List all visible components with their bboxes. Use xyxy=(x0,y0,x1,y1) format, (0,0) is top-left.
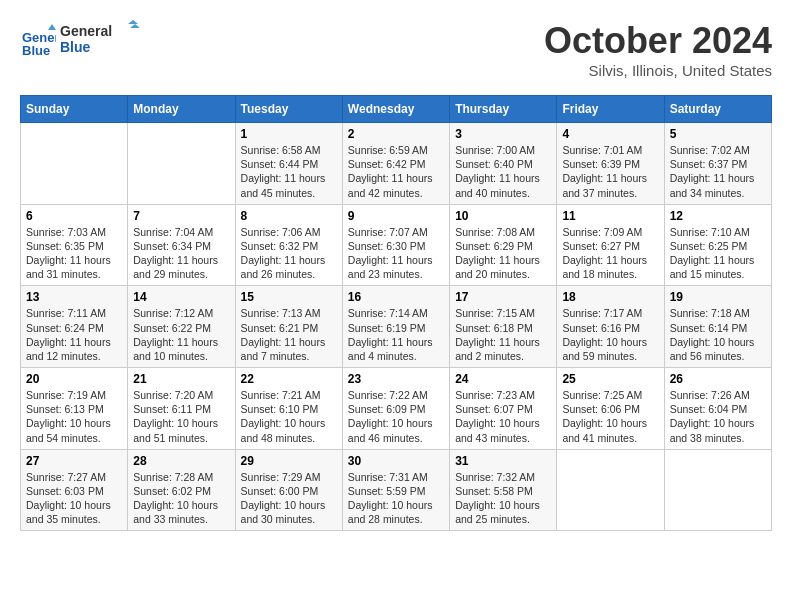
day-number: 31 xyxy=(455,454,551,468)
day-number: 19 xyxy=(670,290,766,304)
day-info-line: Daylight: 10 hours and 59 minutes. xyxy=(562,335,658,363)
day-info-line: Daylight: 11 hours and 12 minutes. xyxy=(26,335,122,363)
day-info-line: Daylight: 11 hours and 2 minutes. xyxy=(455,335,551,363)
calendar-cell: 9Sunrise: 7:07 AMSunset: 6:30 PMDaylight… xyxy=(342,204,449,286)
day-info: Sunrise: 7:25 AMSunset: 6:06 PMDaylight:… xyxy=(562,388,658,445)
day-info-line: Sunrise: 7:09 AM xyxy=(562,225,658,239)
weekday-header: Tuesday xyxy=(235,96,342,123)
day-info-line: Daylight: 11 hours and 4 minutes. xyxy=(348,335,444,363)
day-number: 26 xyxy=(670,372,766,386)
day-info: Sunrise: 7:07 AMSunset: 6:30 PMDaylight:… xyxy=(348,225,444,282)
day-info-line: Sunset: 6:02 PM xyxy=(133,484,229,498)
day-info-line: Daylight: 11 hours and 40 minutes. xyxy=(455,171,551,199)
day-info-line: Sunset: 5:59 PM xyxy=(348,484,444,498)
svg-text:Blue: Blue xyxy=(22,43,50,58)
day-info-line: Sunrise: 7:10 AM xyxy=(670,225,766,239)
day-number: 14 xyxy=(133,290,229,304)
day-info-line: Sunrise: 7:25 AM xyxy=(562,388,658,402)
day-info-line: Daylight: 10 hours and 33 minutes. xyxy=(133,498,229,526)
day-info: Sunrise: 7:13 AMSunset: 6:21 PMDaylight:… xyxy=(241,306,337,363)
calendar-cell: 13Sunrise: 7:11 AMSunset: 6:24 PMDayligh… xyxy=(21,286,128,368)
day-info-line: Sunrise: 7:03 AM xyxy=(26,225,122,239)
day-info-line: Sunset: 6:07 PM xyxy=(455,402,551,416)
svg-text:General: General xyxy=(60,23,112,39)
day-info-line: Sunrise: 7:27 AM xyxy=(26,470,122,484)
calendar-week-row: 1Sunrise: 6:58 AMSunset: 6:44 PMDaylight… xyxy=(21,123,772,205)
day-info: Sunrise: 7:28 AMSunset: 6:02 PMDaylight:… xyxy=(133,470,229,527)
day-info-line: Sunset: 6:13 PM xyxy=(26,402,122,416)
svg-marker-5 xyxy=(128,20,138,24)
day-info-line: Daylight: 10 hours and 51 minutes. xyxy=(133,416,229,444)
day-info-line: Sunrise: 7:19 AM xyxy=(26,388,122,402)
day-info-line: Sunset: 6:16 PM xyxy=(562,321,658,335)
day-number: 1 xyxy=(241,127,337,141)
day-number: 5 xyxy=(670,127,766,141)
calendar-cell: 11Sunrise: 7:09 AMSunset: 6:27 PMDayligh… xyxy=(557,204,664,286)
day-number: 18 xyxy=(562,290,658,304)
calendar-cell: 7Sunrise: 7:04 AMSunset: 6:34 PMDaylight… xyxy=(128,204,235,286)
weekday-header: Sunday xyxy=(21,96,128,123)
day-info-line: Sunset: 6:06 PM xyxy=(562,402,658,416)
day-info-line: Daylight: 10 hours and 30 minutes. xyxy=(241,498,337,526)
day-info-line: Sunset: 6:29 PM xyxy=(455,239,551,253)
calendar-cell: 20Sunrise: 7:19 AMSunset: 6:13 PMDayligh… xyxy=(21,368,128,450)
day-info: Sunrise: 7:03 AMSunset: 6:35 PMDaylight:… xyxy=(26,225,122,282)
calendar-week-row: 13Sunrise: 7:11 AMSunset: 6:24 PMDayligh… xyxy=(21,286,772,368)
day-info-line: Daylight: 10 hours and 56 minutes. xyxy=(670,335,766,363)
day-number: 16 xyxy=(348,290,444,304)
day-info-line: Sunset: 6:34 PM xyxy=(133,239,229,253)
day-info: Sunrise: 7:22 AMSunset: 6:09 PMDaylight:… xyxy=(348,388,444,445)
calendar-cell: 29Sunrise: 7:29 AMSunset: 6:00 PMDayligh… xyxy=(235,449,342,531)
svg-text:Blue: Blue xyxy=(60,39,91,55)
calendar-cell xyxy=(128,123,235,205)
day-info: Sunrise: 7:17 AMSunset: 6:16 PMDaylight:… xyxy=(562,306,658,363)
day-info-line: Daylight: 11 hours and 23 minutes. xyxy=(348,253,444,281)
calendar-cell: 23Sunrise: 7:22 AMSunset: 6:09 PMDayligh… xyxy=(342,368,449,450)
svg-marker-2 xyxy=(48,24,56,30)
day-number: 10 xyxy=(455,209,551,223)
day-info: Sunrise: 7:15 AMSunset: 6:18 PMDaylight:… xyxy=(455,306,551,363)
logo-text: General Blue xyxy=(60,20,140,60)
day-number: 17 xyxy=(455,290,551,304)
day-number: 4 xyxy=(562,127,658,141)
day-info-line: Sunset: 6:00 PM xyxy=(241,484,337,498)
day-info-line: Daylight: 10 hours and 43 minutes. xyxy=(455,416,551,444)
calendar-cell xyxy=(557,449,664,531)
day-info: Sunrise: 7:31 AMSunset: 5:59 PMDaylight:… xyxy=(348,470,444,527)
day-info-line: Daylight: 10 hours and 46 minutes. xyxy=(348,416,444,444)
day-info-line: Daylight: 11 hours and 29 minutes. xyxy=(133,253,229,281)
day-info: Sunrise: 7:09 AMSunset: 6:27 PMDaylight:… xyxy=(562,225,658,282)
day-info-line: Daylight: 11 hours and 18 minutes. xyxy=(562,253,658,281)
day-number: 29 xyxy=(241,454,337,468)
day-info-line: Daylight: 11 hours and 31 minutes. xyxy=(26,253,122,281)
calendar-cell: 5Sunrise: 7:02 AMSunset: 6:37 PMDaylight… xyxy=(664,123,771,205)
day-info-line: Sunset: 6:32 PM xyxy=(241,239,337,253)
calendar-cell: 14Sunrise: 7:12 AMSunset: 6:22 PMDayligh… xyxy=(128,286,235,368)
day-info: Sunrise: 7:04 AMSunset: 6:34 PMDaylight:… xyxy=(133,225,229,282)
day-info-line: Daylight: 11 hours and 10 minutes. xyxy=(133,335,229,363)
day-info: Sunrise: 7:27 AMSunset: 6:03 PMDaylight:… xyxy=(26,470,122,527)
calendar-cell: 3Sunrise: 7:00 AMSunset: 6:40 PMDaylight… xyxy=(450,123,557,205)
calendar-week-row: 6Sunrise: 7:03 AMSunset: 6:35 PMDaylight… xyxy=(21,204,772,286)
day-info-line: Sunset: 6:24 PM xyxy=(26,321,122,335)
day-info-line: Daylight: 10 hours and 28 minutes. xyxy=(348,498,444,526)
day-info-line: Sunrise: 7:02 AM xyxy=(670,143,766,157)
day-number: 30 xyxy=(348,454,444,468)
day-number: 13 xyxy=(26,290,122,304)
day-info-line: Sunset: 6:11 PM xyxy=(133,402,229,416)
day-info-line: Sunrise: 7:32 AM xyxy=(455,470,551,484)
weekday-header: Thursday xyxy=(450,96,557,123)
day-info-line: Daylight: 11 hours and 37 minutes. xyxy=(562,171,658,199)
day-info: Sunrise: 7:23 AMSunset: 6:07 PMDaylight:… xyxy=(455,388,551,445)
day-info-line: Sunrise: 7:06 AM xyxy=(241,225,337,239)
day-info: Sunrise: 7:01 AMSunset: 6:39 PMDaylight:… xyxy=(562,143,658,200)
calendar-table: SundayMondayTuesdayWednesdayThursdayFrid… xyxy=(20,95,772,531)
weekday-header-row: SundayMondayTuesdayWednesdayThursdayFrid… xyxy=(21,96,772,123)
day-number: 21 xyxy=(133,372,229,386)
day-info: Sunrise: 7:21 AMSunset: 6:10 PMDaylight:… xyxy=(241,388,337,445)
day-info-line: Sunset: 6:04 PM xyxy=(670,402,766,416)
calendar-cell: 17Sunrise: 7:15 AMSunset: 6:18 PMDayligh… xyxy=(450,286,557,368)
day-info-line: Sunset: 6:42 PM xyxy=(348,157,444,171)
day-info-line: Daylight: 10 hours and 25 minutes. xyxy=(455,498,551,526)
calendar-cell: 15Sunrise: 7:13 AMSunset: 6:21 PMDayligh… xyxy=(235,286,342,368)
